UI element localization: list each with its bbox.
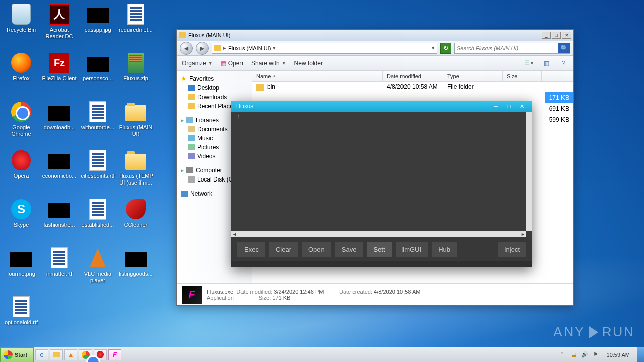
fluxus-titlebar[interactable]: Fluxus ─ □ ✕ — [231, 101, 532, 112]
share-menu[interactable]: Share with ▼ — [251, 60, 286, 67]
taskbar-ie[interactable]: e — [35, 349, 48, 360]
inject-button[interactable]: Inject — [498, 242, 526, 257]
search-input[interactable] — [455, 45, 558, 51]
fluxus-minimize[interactable]: ─ — [489, 102, 502, 111]
tray-chevron-icon[interactable]: ⌃ — [558, 351, 567, 359]
taskbar-fluxus[interactable]: F — [108, 349, 121, 360]
col-type[interactable]: Type — [443, 71, 503, 81]
desktop-icon-citiespoints-rtf[interactable]: citiespoints.rtf — [78, 149, 117, 179]
desktop-icon-optionalold-rtf[interactable]: optionalold.rtf — [2, 296, 40, 326]
organize-menu[interactable]: Organize ▼ — [182, 60, 213, 67]
desktop-icon-vlc-media-player[interactable]: VLC media player — [78, 247, 117, 283]
imgui-button[interactable]: ImGUI — [396, 242, 428, 257]
icon-label: Skype — [2, 222, 40, 228]
fluxus-window: Fluxus ─ □ ✕ 1 ◄► Exec Clear Open Save S… — [231, 101, 532, 267]
desktop-icon-opera[interactable]: Opera — [2, 149, 40, 179]
col-name[interactable]: Name ▲ — [252, 71, 383, 81]
show-desktop-button[interactable] — [637, 347, 644, 363]
icon-label: passpp.jpg — [78, 27, 117, 33]
tray-flag-icon[interactable]: ⚑ — [592, 351, 600, 359]
horizontal-scrollbar[interactable]: ◄► — [231, 231, 526, 237]
desktop-icon-personsco[interactable]: personsco... — [78, 52, 117, 82]
desktop-icon-economicbo[interactable]: economicbo... — [40, 149, 78, 179]
vertical-scrollbar[interactable] — [526, 112, 532, 231]
taskbar-explorer[interactable] — [50, 349, 63, 360]
tray-volume-icon[interactable]: 🔊 — [581, 351, 589, 359]
file-row-bin[interactable]: bin 4/8/2020 10:58 AM File folder — [252, 82, 573, 92]
explorer-toolbar: Organize ▼ ▦ Open Share with ▼ New folde… — [177, 56, 573, 71]
code-editor[interactable]: 1 ◄► — [231, 112, 532, 237]
search-box[interactable]: 🔍 — [454, 43, 570, 54]
desktop-icon-inmatter-rtf[interactable]: inmatter.rtf — [40, 247, 78, 277]
favorites-header[interactable]: ★Favorites — [177, 74, 252, 83]
icon-label: Fluxus (TEMP UI (use if m... — [117, 173, 155, 186]
icon-label: Acrobat Reader DC — [40, 27, 78, 39]
breadcrumb[interactable]: Fluxus (MAIN UI) — [228, 45, 271, 51]
start-orb-icon — [4, 350, 13, 359]
fluxus-close[interactable]: ✕ — [515, 102, 528, 111]
desktop-icon-fluxus-zip[interactable]: Fluxus.zip — [117, 52, 155, 82]
help-button[interactable]: ? — [559, 59, 568, 68]
search-icon[interactable]: 🔍 — [558, 43, 570, 53]
clear-button[interactable]: Clear — [269, 242, 298, 257]
desktop-icon-skype[interactable]: SSkype — [2, 198, 40, 228]
back-button[interactable]: ◄ — [180, 42, 193, 55]
address-bar[interactable]: ▸ Fluxus (MAIN UI) ▾ ▾ — [212, 43, 437, 54]
icon-label: optionalold.rtf — [2, 319, 40, 326]
desktop-icon-listinggoods[interactable]: listinggoods... — [117, 247, 155, 277]
tray-shield-icon[interactable]: ⬓ — [570, 351, 578, 359]
taskbar-chrome[interactable] — [79, 349, 92, 360]
desktop-icon-withoutorde[interactable]: withoutorde... — [78, 101, 117, 131]
desktop-icon-fluxus-temp-ui-use-if-m[interactable]: Fluxus (TEMP UI (use if m... — [117, 149, 155, 186]
save-button[interactable]: Save — [335, 242, 363, 257]
size-cell[interactable]: 691 KB — [545, 103, 573, 114]
desktop-icon-fluxus-main-ui[interactable]: Fluxus (MAIN UI) — [117, 101, 155, 137]
fluxus-toolbar: Exec Clear Open Save Sett ImGUI Hub Inje… — [231, 237, 532, 261]
desktop-icon-ccleaner[interactable]: CCleaner — [117, 198, 155, 228]
sett-button[interactable]: Sett — [367, 242, 391, 257]
desktop-icon-recycle-bin[interactable]: Recycle Bin — [2, 3, 40, 33]
desktop-icon-acrobat-reader-dc[interactable]: 人Acrobat Reader DC — [40, 3, 78, 39]
file-thumbnail: F — [182, 286, 202, 304]
icon-label: listinggoods... — [117, 270, 155, 277]
col-date[interactable]: Date modified — [383, 71, 443, 81]
new-folder-button[interactable]: New folder — [294, 60, 323, 67]
start-button[interactable]: Start — [0, 347, 34, 363]
explorer-titlebar[interactable]: Fluxus (MAIN UI) _ □ ✕ — [177, 30, 573, 41]
close-button[interactable]: ✕ — [562, 32, 571, 39]
desktop-icon-downloadb[interactable]: downloadb... — [40, 101, 78, 131]
desktop-icon-fourme-png[interactable]: fourme.png — [2, 247, 40, 277]
hub-button[interactable]: Hub — [432, 242, 457, 257]
icon-label: fourme.png — [2, 270, 40, 277]
taskbar: Start e ▲ F ⌃ ⬓ 🔊 ⚑ 10:59 AM — [0, 347, 644, 362]
fluxus-maximize[interactable]: □ — [502, 102, 515, 111]
code-area[interactable] — [243, 112, 532, 237]
desktop-icon-fashionstre[interactable]: fashionstre... — [40, 198, 78, 228]
icon-label: Fluxus (MAIN UI) — [117, 124, 155, 137]
desktop-icon-established[interactable]: established... — [78, 198, 117, 228]
exec-button[interactable]: Exec — [237, 242, 265, 257]
size-cell-selected[interactable]: 171 KB — [545, 92, 573, 103]
desktop-icon-filezilla-client[interactable]: FzFileZilla Client — [40, 52, 78, 82]
open-button[interactable]: ▦ Open — [221, 60, 243, 67]
taskbar-clock[interactable]: 10:59 AM — [603, 352, 634, 358]
open-button[interactable]: Open — [302, 242, 331, 257]
partial-visible-sizes: 171 KB 691 KB 599 KB — [545, 82, 573, 125]
forward-button[interactable]: ► — [196, 42, 209, 55]
icon-label: economicbo... — [40, 173, 78, 179]
folder-icon — [214, 45, 221, 51]
refresh-button[interactable]: ↻ — [440, 43, 451, 54]
folder-icon — [179, 32, 186, 38]
preview-pane-button[interactable]: ▥ — [542, 59, 551, 68]
nav-desktop[interactable]: Desktop — [177, 83, 252, 93]
maximize-button[interactable]: □ — [552, 32, 561, 39]
desktop-icon-firefox[interactable]: Firefox — [2, 52, 40, 82]
minimize-button[interactable]: _ — [542, 32, 551, 39]
size-cell[interactable]: 599 KB — [545, 114, 573, 125]
col-size[interactable]: Size — [503, 71, 542, 81]
desktop-icon-passpp-jpg[interactable]: passpp.jpg — [78, 3, 117, 33]
desktop-icon-google-chrome[interactable]: Google Chrome — [2, 101, 40, 137]
taskbar-vlc[interactable]: ▲ — [64, 349, 77, 360]
desktop-icon-requiredmet[interactable]: requiredmet... — [117, 3, 155, 33]
view-menu[interactable]: ☰ ▼ — [525, 59, 534, 68]
